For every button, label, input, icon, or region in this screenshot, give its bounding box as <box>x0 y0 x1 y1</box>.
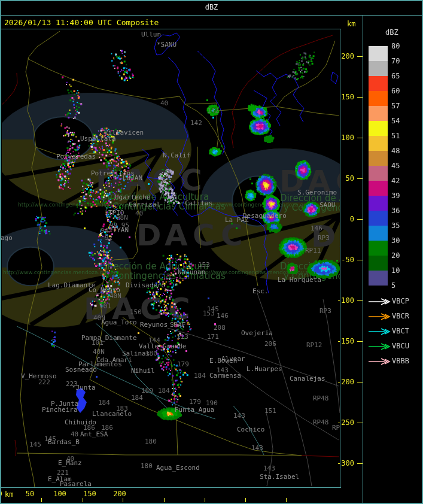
map-label: 179 <box>189 399 201 405</box>
map-label: 184 <box>158 387 170 394</box>
map-label: E_Manz <box>58 460 82 466</box>
legend-stop-label: 48 <box>391 147 400 154</box>
right-axis-tick <box>357 97 363 98</box>
vbct-arrow-icon <box>368 327 392 335</box>
right-axis-tick <box>357 341 363 342</box>
map-label: 40 <box>71 431 78 438</box>
title-bar: dBZ <box>0 0 423 15</box>
map-label: Cochico <box>237 426 264 433</box>
legend-stop-label: 39 <box>391 192 400 199</box>
map-label: Ovejeria <box>241 330 273 336</box>
legend-stop-label: 80 <box>391 42 400 50</box>
map-label: 180 <box>145 438 157 445</box>
bottom-axis-tick <box>286 498 287 502</box>
map-label: Ugarteche <box>115 194 151 201</box>
legend-vector-label: VBCR <box>392 312 409 320</box>
map-label: 142 <box>190 120 202 126</box>
map-label: 101 <box>92 339 104 346</box>
map-label: La Horqueta <box>278 277 321 283</box>
map-label: 153 <box>203 310 215 317</box>
map-label: 150 <box>130 309 142 315</box>
map-label: Reyunos <box>140 321 168 328</box>
right-axis-tick <box>357 178 363 179</box>
legend-swatch <box>369 106 388 121</box>
radar-composite-app: Ullun*SANUVillavicenUspallataPolvaredasN… <box>0 0 423 504</box>
right-axis-tick <box>357 219 363 220</box>
vbbb-arrow-icon <box>368 357 392 365</box>
map-label: 142 <box>207 107 219 114</box>
map-label: Llancanelo <box>92 411 132 417</box>
legend-stop-label: 60 <box>391 87 400 95</box>
right-axis-tick <box>357 138 363 138</box>
map-label: Nihuil <box>131 368 155 374</box>
legend-swatch <box>369 91 388 106</box>
map-label: 98N <box>116 214 128 221</box>
legend-swatch <box>369 241 388 256</box>
right-axis-tick-label: 200 <box>334 53 354 60</box>
map-label: Esc. <box>252 288 269 294</box>
legend-stop-label: 5 <box>391 282 395 289</box>
bottom-axis-tick <box>205 498 205 502</box>
map-label: 40N <box>109 293 121 299</box>
map-label: Carmensa <box>209 372 241 379</box>
bottom-axis-tick-label: 50 <box>19 490 41 497</box>
map-label: 40 <box>135 210 143 217</box>
map-label: Nacunan <box>178 269 205 275</box>
legend-swatch <box>369 271 388 286</box>
map-label: Canalejas <box>290 375 325 382</box>
right-axis-tick-label: 100 <box>334 134 354 141</box>
map-label: RP3 <box>318 235 330 241</box>
map-label: Carrizal <box>129 201 160 208</box>
map-label: S.Geronimo <box>297 189 337 196</box>
map-label: Pampa_Diamante <box>81 335 137 341</box>
legend-stop-label: 65 <box>391 72 400 80</box>
map-label: RP12 <box>306 342 322 348</box>
map-label: 180 <box>141 387 153 394</box>
map-label: RP11 <box>305 247 321 254</box>
titlebar-divider <box>0 15 423 16</box>
map-label: 143 <box>263 465 275 472</box>
map-label: N.Calif <box>163 152 190 159</box>
map-label: Catitas <box>185 200 212 207</box>
right-axis-tick-label: -50 <box>334 256 354 263</box>
legend-stop-label: 36 <box>391 207 400 214</box>
right-axis-tick <box>357 260 363 260</box>
right-axis-tick-label: 50 <box>334 175 354 182</box>
map-label: Pasarela <box>60 481 92 487</box>
legend-swatch <box>369 61 388 76</box>
legend-title: dBZ <box>385 28 398 37</box>
legend-stop-label: 10 <box>391 267 400 274</box>
right-axis-unit: km <box>347 20 355 28</box>
map-label: 101 <box>99 303 111 309</box>
bottom-axis-tick <box>245 498 246 502</box>
right-axis-tick <box>357 56 363 57</box>
map-label: RP3 <box>319 308 331 314</box>
page-title: dBZ <box>205 3 218 11</box>
map-label: 113 <box>176 333 188 340</box>
right-axis-tick <box>357 300 363 301</box>
map-label: 40N <box>93 348 105 355</box>
right-axis-tick-label: -300 <box>334 460 354 467</box>
vbcp-arrow-icon <box>368 297 392 305</box>
legend-swatch <box>369 46 388 61</box>
legend-vector-label: VBCT <box>392 327 409 335</box>
map-label: La PAZ <box>225 217 249 223</box>
right-axis-tick-label: -200 <box>334 378 354 385</box>
right-axis-tick <box>357 463 363 464</box>
bottom-axis-tick-label: 200 <box>109 490 130 497</box>
map-label: 145 <box>29 441 41 448</box>
map-label: Pincheira <box>42 406 78 413</box>
legend-swatch <box>369 211 388 226</box>
right-axis-tick-label: -100 <box>334 297 354 304</box>
map-label: SRAF <box>170 321 186 328</box>
legend-stop-label: 45 <box>391 162 400 169</box>
map-label: RP48 <box>313 419 329 426</box>
legend-swatch <box>369 121 388 136</box>
map-label: Agua_Toro <box>101 319 137 326</box>
legend-swatch <box>369 256 388 271</box>
legend-stop-label: 42 <box>391 177 400 184</box>
legend-stop-label: 70 <box>391 57 400 65</box>
map-label: 146 <box>217 312 229 319</box>
legend-swatch <box>369 166 388 181</box>
map-frame-right <box>340 29 340 488</box>
